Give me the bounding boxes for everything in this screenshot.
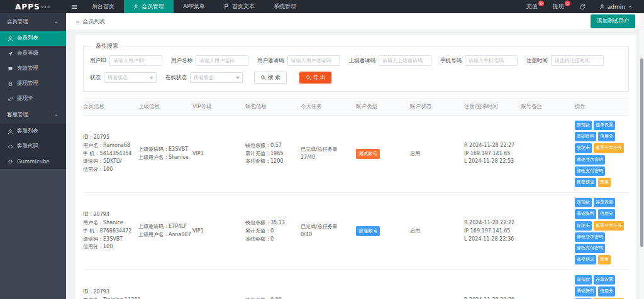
nav-tab-active[interactable]: 会员管理 [124, 0, 174, 13]
sidebar-item[interactable]: 客服列表 [0, 124, 66, 139]
disable-button[interactable]: 禁用 [598, 178, 611, 187]
credit-score-button[interactable]: 信用分 [598, 209, 615, 219]
wallet-balance: 钱包余额：35.13 [245, 219, 298, 227]
sidebar-item[interactable]: 客服代码 [0, 139, 66, 154]
search-select-control[interactable]: 所有状态 [104, 72, 157, 83]
chain-order-settings-button[interactable]: 连单设置 [594, 198, 615, 207]
sidebar-item-active[interactable]: 会员列表 [0, 31, 66, 46]
sidebar-item[interactable]: Gummicube [0, 154, 66, 169]
wallet-frozen-amount: 冻结金额：1200 [245, 158, 298, 166]
add-deduct-button[interactable]: 加扣款 [575, 198, 592, 207]
quick-action[interactable]: 充值0 [519, 0, 545, 13]
sidebar-item-label: 充值管理 [17, 65, 38, 72]
basic-profile-button[interactable]: 基础资料 [575, 286, 596, 296]
withdraw-card-button[interactable]: 提现卡 [575, 221, 592, 231]
add-test-user-button[interactable]: 添加测试用户 [591, 14, 635, 28]
nav-tab[interactable]: 系统管理 [264, 0, 306, 13]
change-pay-password-button[interactable]: 修改支付密码 [575, 166, 605, 176]
search-field-input[interactable] [465, 55, 518, 66]
member-id: ID：20795 [83, 134, 136, 142]
column-header: 账号备注 [521, 99, 575, 115]
user-icon [8, 36, 13, 41]
nav-tab[interactable]: 后台首页 [82, 0, 124, 13]
search-field-input[interactable] [196, 55, 248, 66]
chevron-down-icon [53, 19, 58, 24]
reset-today-task-button[interactable]: 重置今天任务 [594, 221, 624, 231]
member-phone: 手 机：5414354354 [83, 150, 136, 158]
account-change-log-button[interactable]: 账变信息 [575, 255, 596, 264]
chain-order-settings-button[interactable]: 连单设置 [594, 275, 615, 285]
search-field-input[interactable] [287, 55, 340, 66]
search-field-input[interactable] [379, 55, 431, 66]
sidebar-item[interactable]: 会员等级 [0, 46, 66, 61]
basic-profile-button[interactable]: 基础资料 [575, 132, 596, 141]
search-button-label: 搜 索 [268, 74, 280, 82]
member-username: 用户名：Shanice [83, 219, 136, 227]
sidebar-item-label: 客服列表 [17, 128, 38, 135]
operations-cell: 加扣款连单设置基础资料信用分提现卡重置今天任务修改登录密码修改支付密码账变信息启… [575, 270, 629, 299]
topbar-right: 充值0提现0 admin [519, 0, 644, 13]
column-header: 操作 [575, 99, 629, 115]
reset-today-task-button[interactable]: 重置今天任务 [594, 143, 624, 153]
sidebar-item[interactable]: 提现管理 [0, 76, 66, 91]
withdraw-card-button[interactable]: 提现卡 [575, 143, 592, 153]
credit-score-button[interactable]: 信用分 [598, 286, 615, 296]
search-select-control[interactable]: 所有状态 [190, 72, 243, 83]
search-button[interactable]: 搜 索 [254, 72, 287, 84]
scrollbar-thumb[interactable] [640, 58, 643, 247]
chevrons-icon: » [75, 18, 79, 25]
change-pay-password-button[interactable]: 修改支付密码 [575, 244, 605, 253]
task-value: 0/40 [301, 231, 353, 239]
sidebar-section-title[interactable]: 会员管理 [0, 13, 66, 31]
refresh-button[interactable] [572, 0, 593, 13]
add-deduct-button[interactable]: 加扣款 [575, 121, 592, 130]
table-row: ID：20793用户名：Training 11281手 机：1646932154… [83, 270, 629, 299]
basic-profile-button[interactable]: 基础资料 [575, 209, 596, 219]
member-credit-score: 信用分：100 [83, 243, 136, 251]
refresh-icon [579, 4, 586, 10]
sidebar-item[interactable]: 充值管理 [0, 61, 66, 76]
last-login-time: L 2024-11-28 22:36 [464, 236, 518, 244]
disable-button[interactable]: 禁用 [598, 255, 611, 264]
username: admin [608, 4, 625, 10]
nav-tab[interactable]: 首页文本 [214, 0, 264, 13]
add-deduct-button[interactable]: 加扣款 [575, 275, 592, 285]
change-login-password-button[interactable]: 修改登录密码 [575, 155, 605, 165]
vertical-scrollbar[interactable] [640, 13, 644, 299]
change-login-password-button[interactable]: 修改登录密码 [575, 232, 605, 242]
sidebar-item[interactable]: 提现卡 [0, 91, 66, 106]
sidebar-item-label: 会员列表 [17, 35, 38, 42]
chain-order-settings-button[interactable]: 连单设置 [594, 121, 615, 130]
sidebar-section-title[interactable]: 客服管理 [0, 106, 66, 124]
export-button[interactable]: 导 出 [299, 72, 332, 84]
search-field-label: 用户名称 [171, 57, 192, 65]
search-field-input[interactable] [551, 55, 604, 66]
account-type-badge: 测试账号 [356, 149, 380, 159]
nav-tab[interactable]: APP菜单 [174, 0, 214, 13]
card: 条件搜索 用户ID用户名称用户邀请码上级邀请码手机号码注册时间 状态所有状态在线… [75, 35, 636, 299]
parent-info-cell: 上级邀请码：XWZE8R上级用户名：freddy [138, 296, 192, 299]
column-header: 账户状态 [410, 99, 464, 115]
sidebar-item-label: 提现管理 [17, 80, 38, 87]
search-field-label: 上级邀请码 [349, 57, 376, 65]
sidebar-section-label: 会员管理 [7, 18, 28, 26]
wallet-info-cell: 钱包余额：0.09累计充值：-298冻结金额：0 [245, 291, 301, 299]
code-icon [8, 144, 13, 150]
search-select-label: 在线状态 [165, 74, 187, 82]
register-time: R 2024-11-28 22:27 [464, 142, 518, 150]
today-task-cell: 已完成/总任务量40/40 [301, 296, 356, 299]
wallet-info-cell: 钱包余额：35.13累计充值：0冻结金额：0 [245, 214, 301, 248]
search-field-input[interactable] [109, 55, 162, 66]
account-change-log-button[interactable]: 账变信息 [575, 178, 596, 187]
credit-score-button[interactable]: 信用分 [598, 132, 615, 141]
quick-action[interactable]: 提现0 [545, 0, 572, 13]
user-icon [133, 4, 139, 9]
nav-tab-label: 会员管理 [142, 3, 164, 11]
user-icon [599, 4, 605, 9]
search-field-label: 注册时间 [526, 57, 548, 65]
hamburger-icon[interactable] [66, 0, 82, 13]
user-menu[interactable]: admin [593, 0, 639, 13]
parent-info-cell: 上级邀请码：E3SVBT上级用户名：Shanice [138, 141, 192, 167]
table-body: ID：20795用户名：Ramona68手 机：5414354354邀请码：5D… [83, 116, 629, 299]
search-field: 用户邀请码 [257, 55, 340, 66]
